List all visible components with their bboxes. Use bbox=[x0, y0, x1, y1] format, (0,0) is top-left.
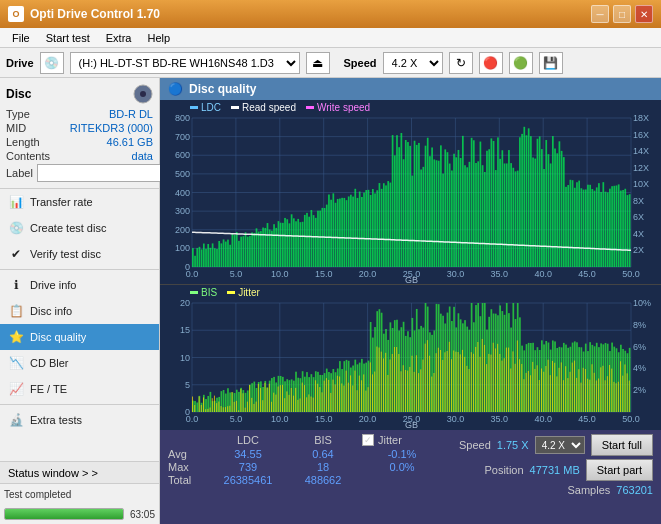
app-icon: O bbox=[8, 6, 24, 22]
nav-create-test-disc-label: Create test disc bbox=[30, 222, 106, 234]
samples-label: Samples bbox=[567, 484, 610, 496]
total-label: Total bbox=[168, 474, 208, 486]
eject-button[interactable]: ⏏ bbox=[306, 52, 330, 74]
menu-extra[interactable]: Extra bbox=[98, 28, 140, 48]
stats-headers: LDC BIS bbox=[168, 434, 358, 446]
chart-title-bar: 🔵 Disc quality bbox=[160, 78, 661, 100]
stats-ldc-bis-block: LDC BIS Avg 34.55 0.64 Max 739 18 Tota bbox=[168, 434, 358, 486]
disc-label-input[interactable] bbox=[37, 164, 170, 182]
nav-cd-bler-label: CD Bler bbox=[30, 357, 69, 369]
jitter-legend-label: Jitter bbox=[238, 287, 260, 298]
status-window-label: Status window > > bbox=[8, 467, 98, 479]
nav-disc-quality-label: Disc quality bbox=[30, 331, 86, 343]
drive-select[interactable]: (H:) HL-DT-ST BD-RE WH16NS48 1.D3 bbox=[70, 52, 300, 74]
right-stats: Speed 1.75 X 4.2 X Start full Position 4… bbox=[459, 434, 653, 496]
disc-quality-icon: ⭐ bbox=[8, 329, 24, 345]
avg-bis: 0.64 bbox=[288, 448, 358, 460]
speed-label: Speed bbox=[344, 57, 377, 69]
status-bar: Test completed bbox=[0, 484, 159, 504]
progress-bar-outer bbox=[4, 508, 124, 520]
disc-length-row: Length 46.61 GB bbox=[6, 136, 153, 148]
max-row: Max 739 18 bbox=[168, 461, 358, 473]
disc-info-icon: 📋 bbox=[8, 303, 24, 319]
disc-contents-row: Contents data bbox=[6, 150, 153, 162]
refresh-btn[interactable]: ↻ bbox=[449, 52, 473, 74]
top-chart-canvas bbox=[160, 100, 661, 285]
status-time: 63:05 bbox=[130, 509, 155, 520]
ldc-legend-label: LDC bbox=[201, 102, 221, 113]
bis-legend: BIS bbox=[190, 287, 217, 298]
disc-mid-row: MID RITEKDR3 (000) bbox=[6, 122, 153, 134]
top-chart: LDC Read speed Write speed bbox=[160, 100, 661, 285]
minimize-button[interactable]: ─ bbox=[591, 5, 609, 23]
bottom-chart-legend: BIS Jitter bbox=[190, 287, 260, 298]
nav-extra-tests[interactable]: 🔬 Extra tests bbox=[0, 407, 159, 433]
disc-icon-btn[interactable] bbox=[133, 84, 153, 104]
bis-legend-label: BIS bbox=[201, 287, 217, 298]
transfer-rate-icon: 📊 bbox=[8, 194, 24, 210]
jitter-avg: -0.1% bbox=[362, 448, 442, 460]
bottom-chart: BIS Jitter bbox=[160, 285, 661, 430]
nav-transfer-rate[interactable]: 📊 Transfer rate bbox=[0, 189, 159, 215]
close-button[interactable]: ✕ bbox=[635, 5, 653, 23]
write-speed-legend: Write speed bbox=[306, 102, 370, 113]
avg-ldc: 34.55 bbox=[208, 448, 288, 460]
disc-mid-value: RITEKDR3 (000) bbox=[70, 122, 153, 134]
samples-row: Samples 763201 bbox=[567, 484, 653, 496]
speed-select[interactable]: 4.2 X bbox=[383, 52, 443, 74]
window-controls: ─ □ ✕ bbox=[591, 5, 653, 23]
title-bar: O Opti Drive Control 1.70 ─ □ ✕ bbox=[0, 0, 661, 28]
write-speed-legend-label: Write speed bbox=[317, 102, 370, 113]
status-window-btn[interactable]: Status window > > bbox=[0, 462, 159, 484]
status-area: Status window > > Test completed 63:05 bbox=[0, 461, 159, 524]
menu-start-test[interactable]: Start test bbox=[38, 28, 98, 48]
ldc-header: LDC bbox=[208, 434, 288, 446]
speed-select-stats[interactable]: 4.2 X bbox=[535, 436, 585, 454]
jitter-legend: Jitter bbox=[227, 287, 260, 298]
drive-info-icon: ℹ bbox=[8, 277, 24, 293]
disc-btn2[interactable]: 🟢 bbox=[509, 52, 533, 74]
nav-cd-bler[interactable]: 📉 CD Bler bbox=[0, 350, 159, 376]
jitter-header-row: ✓ Jitter bbox=[362, 434, 442, 446]
disc-section: Disc Type BD-R DL MID RITEKDR3 (000) Len… bbox=[0, 78, 159, 189]
total-bis: 488662 bbox=[288, 474, 358, 486]
disc-contents-value: data bbox=[132, 150, 153, 162]
disc-btn1[interactable]: 🔴 bbox=[479, 52, 503, 74]
ldc-legend: LDC bbox=[190, 102, 221, 113]
status-text: Test completed bbox=[4, 489, 71, 500]
menu-help[interactable]: Help bbox=[139, 28, 178, 48]
nav-extra-tests-label: Extra tests bbox=[30, 414, 82, 426]
max-label: Max bbox=[168, 461, 208, 473]
disc-type-value: BD-R DL bbox=[109, 108, 153, 120]
save-btn[interactable]: 💾 bbox=[539, 52, 563, 74]
menu-file[interactable]: File bbox=[4, 28, 38, 48]
disc-label-row: Label 🔍 bbox=[6, 164, 153, 182]
maximize-button[interactable]: □ bbox=[613, 5, 631, 23]
nav-create-test-disc[interactable]: 💿 Create test disc bbox=[0, 215, 159, 241]
nav-verify-test-disc[interactable]: ✔ Verify test disc bbox=[0, 241, 159, 267]
cd-bler-icon: 📉 bbox=[8, 355, 24, 371]
nav-disc-quality[interactable]: ⭐ Disc quality bbox=[0, 324, 159, 350]
jitter-checkbox[interactable]: ✓ bbox=[362, 434, 374, 446]
nav-drive-info[interactable]: ℹ Drive info bbox=[0, 272, 159, 298]
bottom-chart-canvas bbox=[160, 285, 661, 430]
max-ldc: 739 bbox=[208, 461, 288, 473]
start-part-button[interactable]: Start part bbox=[586, 459, 653, 481]
nav-disc-info-label: Disc info bbox=[30, 305, 72, 317]
nav-fe-te[interactable]: 📈 FE / TE bbox=[0, 376, 159, 402]
avg-label: Avg bbox=[168, 448, 208, 460]
chart-title-icon: 🔵 bbox=[168, 82, 183, 96]
drive-icon-btn[interactable]: 💿 bbox=[40, 52, 64, 74]
start-full-button[interactable]: Start full bbox=[591, 434, 653, 456]
speed-row: Speed 1.75 X 4.2 X Start full bbox=[459, 434, 653, 456]
menu-bar: File Start test Extra Help bbox=[0, 28, 661, 48]
speed-label-stat: Speed bbox=[459, 439, 491, 451]
position-value: 47731 MB bbox=[530, 464, 580, 476]
nav-disc-info[interactable]: 📋 Disc info bbox=[0, 298, 159, 324]
bis-header: BIS bbox=[288, 434, 358, 446]
avg-row: Avg 34.55 0.64 bbox=[168, 448, 358, 460]
disc-header: Disc bbox=[6, 84, 153, 104]
total-ldc: 26385461 bbox=[208, 474, 288, 486]
chart-title: Disc quality bbox=[189, 82, 256, 96]
progress-bar-row: 63:05 bbox=[0, 504, 159, 524]
